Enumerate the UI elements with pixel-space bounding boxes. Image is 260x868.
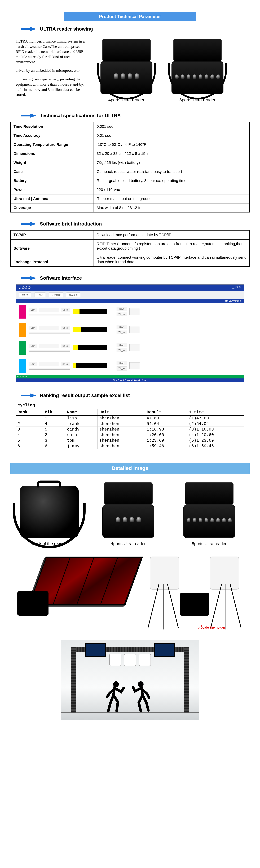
- excel-header: Unit: [98, 409, 145, 415]
- heading-ranking-result: Ranking result output sample excel list: [21, 393, 250, 398]
- toolbar-button[interactable]: Result: [34, 292, 46, 298]
- trigger-button[interactable]: Trigger: [117, 330, 127, 334]
- spec-value: -10°C to 60°C / -4°F to 140°F: [94, 140, 250, 149]
- spec-key: Operating Temperature Range: [10, 140, 94, 149]
- row-actions: Save Trigger: [117, 343, 127, 352]
- toolbar-button[interactable]: Timing: [19, 292, 31, 298]
- trigger-button[interactable]: Trigger: [117, 312, 127, 316]
- excel-cell: (1)47.60: [187, 415, 245, 421]
- intro-text: ULTRA high performance timing system in …: [15, 39, 86, 101]
- spec-value: Max width of 8 mt / 31.2 ft: [94, 203, 250, 212]
- excel-cell: (6)1:59.46: [187, 443, 245, 449]
- caption-8port: 8ports Ultra reader: [178, 541, 240, 546]
- trigger-button[interactable]: Trigger: [117, 348, 127, 352]
- readout-field: [29, 314, 70, 315]
- spec-key: Ultra mat | Antenna: [10, 194, 94, 203]
- heading-text: Software interface: [40, 275, 82, 281]
- excel-header: 1 time: [187, 409, 245, 415]
- excel-cell: 4: [43, 421, 65, 427]
- excel-cell: 5: [16, 438, 43, 443]
- heading-software-interface: Software interface: [21, 275, 250, 281]
- heading-text: ULTRA reader showing: [40, 26, 93, 32]
- color-chip: [19, 323, 26, 337]
- excel-row: 42sarashenzhen1:20.60(4)1:20.60: [16, 432, 245, 438]
- start-button[interactable]: Start: [29, 344, 37, 348]
- table-row: Time Accuracy0.01 sec: [10, 131, 250, 140]
- reader-controls: Start Select: [29, 344, 70, 351]
- spec-key: Power: [10, 185, 94, 194]
- banner-technical-parameter: Product Technical Parameter: [64, 12, 196, 21]
- spec-key: Time Resolution: [10, 122, 94, 131]
- excel-cell: shenzhen: [98, 438, 145, 443]
- save-button[interactable]: Save: [117, 325, 127, 329]
- table-row: Exchange ProtocolUltra reader connect wo…: [10, 253, 250, 267]
- excel-cell: shenzhen: [98, 443, 145, 449]
- excel-cell: jimmy: [65, 443, 98, 449]
- select-button[interactable]: Select: [61, 344, 70, 348]
- table-row: Weight7Kg / 15 lbs (with battery): [10, 158, 250, 167]
- save-button[interactable]: Save: [117, 343, 127, 347]
- app-toolbar: TimingResult自动触发修改项目: [16, 291, 244, 299]
- excel-cell: 2: [16, 421, 43, 427]
- caption-4port: 4ports Ultra reader: [108, 97, 145, 102]
- excel-cell: (5)1:23.69: [187, 438, 245, 443]
- arrow-icon: [21, 276, 36, 281]
- minimize-icon[interactable]: ▁: [232, 286, 234, 290]
- toolbar-button[interactable]: 自动触发: [49, 292, 63, 298]
- start-button[interactable]: Start: [29, 326, 37, 330]
- excel-cell: shenzhen: [98, 432, 145, 438]
- select-button[interactable]: Select: [61, 308, 70, 312]
- start-button[interactable]: Start: [29, 362, 37, 366]
- device-4port-image: [95, 39, 158, 94]
- table-row: Time Resolution0.001 sec: [10, 122, 250, 131]
- excel-cell: shenzhen: [98, 415, 145, 421]
- app-body: Start Select Save Trigger Start Select: [16, 303, 244, 375]
- arrow-icon: [21, 393, 36, 398]
- excel-cell: 54.04: [145, 421, 187, 427]
- readout-field: [39, 344, 59, 348]
- sw-value: Ultra reader connect working computer by…: [94, 253, 250, 267]
- table-row: Software RFID Timer ( runner info regist…: [10, 239, 250, 253]
- aux-button[interactable]: [129, 326, 140, 333]
- document-root: Product Technical Parameter ULTRA reader…: [0, 0, 260, 734]
- software-screenshot: LOGO ▁ ▢ ✕ TimingResult自动触发修改项目 Rx Low V…: [15, 284, 245, 382]
- heading-tech-specs: Technical specifications for ULTRA: [21, 113, 250, 118]
- excel-cell: (3)1:16.93: [187, 427, 245, 432]
- app-logo: LOGO: [19, 286, 31, 290]
- device-8port-image: [178, 482, 240, 538]
- maximize-icon[interactable]: ▢: [235, 286, 238, 290]
- trigger-button[interactable]: Trigger: [117, 366, 127, 370]
- aux-button[interactable]: [129, 362, 140, 369]
- excel-row: 11lisashenzhen47.60(1)47.60: [16, 415, 245, 421]
- excel-cell: 1:20.60: [145, 432, 187, 438]
- excel-row: 66jimmyshenzhen1:59.46(6)1:59.46: [16, 443, 245, 449]
- excel-header: Bib: [43, 409, 65, 415]
- spec-value: 0.01 sec: [94, 131, 250, 140]
- window-controls: ▁ ▢ ✕: [232, 286, 241, 290]
- aux-button[interactable]: [129, 308, 140, 315]
- reader-8port-figure: 8ports Ultra reader: [166, 39, 229, 102]
- select-button[interactable]: Select: [61, 326, 70, 330]
- svg-marker-0: [21, 27, 36, 31]
- excel-cell: lisa: [65, 415, 98, 421]
- excel-cell: 1: [16, 415, 43, 421]
- signal-bar: [73, 327, 114, 332]
- aux-button[interactable]: [129, 344, 140, 351]
- sw-key: TCP/IP: [10, 230, 94, 239]
- reader-row: Start Select Save Trigger: [16, 321, 244, 339]
- excel-row: 24frankshenzhen54.04(2)54.04: [16, 421, 245, 427]
- excel-cell: tom: [65, 438, 98, 443]
- save-button[interactable]: Save: [117, 307, 127, 311]
- excel-cell: shenzhen: [98, 421, 145, 427]
- heading-ultra-reader-showing: ULTRA reader showing: [21, 26, 250, 32]
- close-icon[interactable]: ✕: [239, 286, 241, 290]
- select-button[interactable]: Select: [61, 362, 70, 366]
- spec-key: Time Accuracy: [10, 131, 94, 140]
- app-titlebar: LOGO ▁ ▢ ✕: [16, 284, 244, 291]
- save-button[interactable]: Save: [117, 361, 127, 365]
- start-button[interactable]: Start: [29, 308, 37, 312]
- app-footer-interval: First Result 5 sec - Interval 10 sec: [16, 378, 244, 382]
- sw-value: RFID Timer ( runner info register ,captu…: [94, 239, 250, 253]
- toolbar-button[interactable]: 修改项目: [66, 292, 80, 298]
- excel-cell: 1: [43, 415, 65, 421]
